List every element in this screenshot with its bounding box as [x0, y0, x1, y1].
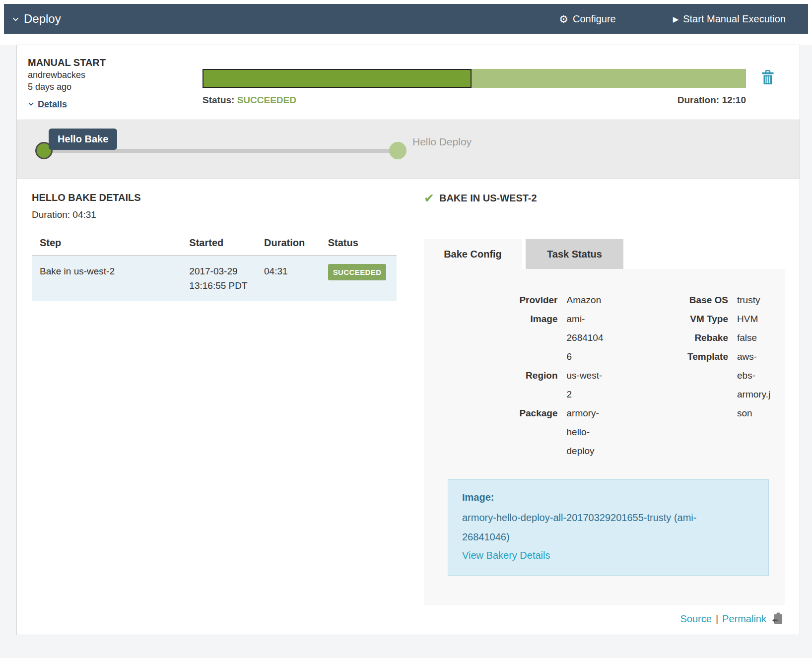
config-value: aws-ebs-armory.json: [737, 347, 775, 423]
stage-details-title: HELLO BAKE DETAILS: [32, 192, 397, 203]
image-label: Image:: [462, 492, 754, 503]
column-duration: Duration: [256, 237, 320, 256]
start-manual-execution-button[interactable]: ▶ Start Manual Execution: [673, 13, 786, 25]
clipboard-copy-icon: [772, 618, 783, 626]
pipeline-graph: Hello Bake Hello Deploy: [17, 120, 800, 179]
play-icon: ▶: [673, 15, 679, 23]
configure-button[interactable]: ⚙ Configure: [559, 13, 616, 25]
status-value: SUCCEEDED: [237, 95, 296, 105]
column-step: Step: [32, 237, 181, 256]
tab-bake-config[interactable]: Bake Config: [424, 239, 522, 269]
check-icon: ✔: [424, 192, 434, 204]
config-label: Image: [434, 310, 567, 366]
copy-permalink-button[interactable]: [772, 612, 783, 626]
bake-config-panel: ProviderAmazon Imageami-26841046 Regionu…: [424, 269, 785, 605]
trigger-age: 5 days ago: [28, 82, 203, 92]
step-row: Bake in us-west-2 2017-03-29 13:16:55 PD…: [32, 256, 397, 301]
tab-task-status[interactable]: Task Status: [526, 239, 623, 269]
pipeline-collapse-toggle[interactable]: Deploy: [12, 12, 61, 26]
bake-stage-section: ✔ BAKE IN US-WEST-2 Bake Config Task Sta…: [424, 192, 785, 626]
config-value: Amazon: [567, 291, 605, 310]
step-started-cell: 2017-03-29 13:16:55 PDT: [181, 256, 256, 301]
progress-completed-segment: [203, 69, 472, 88]
config-label: Region: [434, 366, 567, 404]
trigger-type: MANUAL START: [28, 57, 203, 68]
step-duration-cell: 04:31: [256, 256, 320, 301]
delete-execution-button[interactable]: [761, 70, 774, 86]
progress-remaining-segment: [472, 69, 746, 88]
stage-label-hello-deploy[interactable]: Hello Deploy: [412, 136, 472, 148]
config-value: ami-26841046: [567, 310, 605, 366]
source-link[interactable]: Source: [680, 613, 712, 625]
config-label: Base OS: [605, 291, 738, 310]
trigger-user: andrewbackes: [28, 70, 203, 80]
config-value: trusty: [737, 291, 775, 310]
details-toggle[interactable]: Details: [28, 99, 67, 110]
image-info-box: Image: armory-hello-deploy-all-201703292…: [448, 479, 769, 576]
step-name-cell: Bake in us-west-2: [32, 256, 181, 301]
column-status: Status: [320, 237, 397, 256]
view-bakery-details-link[interactable]: View Bakery Details: [462, 550, 754, 561]
bake-config-right-column: Base OStrusty VM TypeHVM Rebakefalse Tem…: [605, 291, 775, 461]
stage-details-section: HELLO BAKE DETAILS Duration: 04:31 Step …: [32, 192, 397, 626]
config-label: VM Type: [605, 310, 738, 329]
stage-duration: Duration: 04:31: [32, 209, 397, 220]
step-status-badge: SUCCEEDED: [328, 264, 387, 280]
config-label: Rebake: [605, 329, 738, 347]
execution-duration: Duration: 12:10: [677, 95, 746, 106]
execution-card: MANUAL START andrewbackes 5 days ago Det…: [16, 45, 800, 635]
config-label: Provider: [434, 291, 567, 310]
stage-node-hello-deploy[interactable]: [389, 142, 406, 159]
bake-stage-title: BAKE IN US-WEST-2: [439, 193, 537, 204]
pipeline-title: Deploy: [24, 12, 61, 26]
gear-icon: ⚙: [559, 14, 568, 24]
chevron-down-icon: [28, 99, 34, 110]
execution-footer: Source | Permalink: [424, 612, 785, 626]
execution-status: Status: SUCCEEDED: [203, 95, 296, 106]
config-value: false: [737, 329, 775, 347]
image-name: armory-hello-deploy-all-20170329201655-t…: [462, 508, 720, 547]
stage-label-hello-bake[interactable]: Hello Bake: [49, 129, 117, 150]
page-background: MANUAL START andrewbackes 5 days ago Det…: [0, 45, 812, 658]
footer-separator: |: [716, 613, 718, 625]
config-value: HVM: [737, 310, 775, 329]
trash-icon: [761, 79, 774, 86]
config-value: armory-hello-deploy: [567, 404, 605, 461]
steps-table: Step Started Duration Status Bake in us-…: [32, 237, 397, 301]
execution-summary: MANUAL START andrewbackes 5 days ago Det…: [17, 45, 800, 120]
config-label: Package: [434, 404, 567, 461]
status-label: Status:: [203, 95, 234, 105]
execution-progress-bar: [203, 69, 746, 88]
column-started: Started: [181, 237, 256, 256]
chevron-down-icon: [12, 12, 19, 26]
config-label: Template: [605, 347, 738, 423]
config-value: us-west-2: [567, 366, 605, 404]
bake-config-left-column: ProviderAmazon Imageami-26841046 Regionu…: [434, 291, 605, 461]
pipeline-header-bar: Deploy ⚙ Configure ▶ Start Manual Execut…: [4, 4, 808, 34]
permalink-link[interactable]: Permalink: [722, 613, 766, 625]
bake-tabs: Bake Config Task Status: [424, 239, 785, 269]
